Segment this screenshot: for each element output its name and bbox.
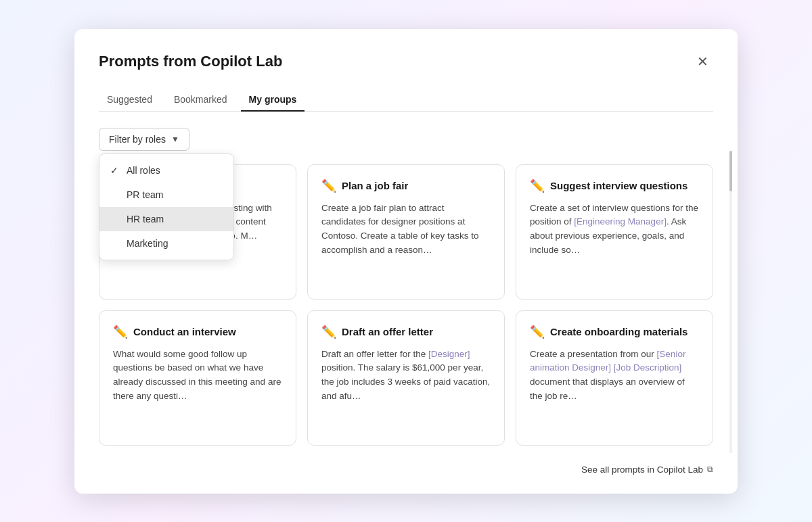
filter-label: Filter by roles: [109, 134, 166, 145]
card-draft-offer-letter[interactable]: ✏️ Draft an offer letter Draft an offer …: [307, 310, 505, 446]
modal-container: Prompts from Copilot Lab ✕ Suggested Boo…: [74, 29, 738, 494]
close-icon: ✕: [697, 55, 708, 68]
scrollbar-thumb[interactable]: [729, 151, 732, 191]
edit-icon: ✏️: [113, 325, 128, 339]
card-title-row: ✏️ Create onboarding materials: [530, 325, 699, 339]
filter-by-roles-button[interactable]: Filter by roles ▼: [99, 128, 189, 151]
filter-option-pr-team[interactable]: PR team: [99, 183, 233, 207]
card-body: Create a job fair plan to attract candid…: [321, 201, 491, 258]
card-body: What would some good follow up questions…: [113, 348, 282, 404]
see-all-prompts-link[interactable]: See all prompts in Copilot Lab ⧉: [581, 465, 713, 475]
card-plan-job-fair[interactable]: ✏️ Plan a job fair Create a job fair pla…: [307, 164, 505, 300]
edit-icon: ✏️: [530, 179, 545, 193]
filter-dropdown: ✓ All roles PR team HR team Marketing: [99, 153, 234, 260]
card-body: Create a set of interview questions for …: [530, 201, 699, 258]
modal-title: Prompts from Copilot Lab: [99, 53, 282, 70]
edit-icon: ✏️: [321, 325, 336, 339]
close-button[interactable]: ✕: [692, 51, 713, 72]
card-title-row: ✏️ Conduct an interview: [113, 325, 282, 339]
footer: See all prompts in Copilot Lab ⧉: [99, 459, 713, 475]
modal-header: Prompts from Copilot Lab ✕: [99, 51, 713, 72]
card-body: Create a presentation from our [Senior a…: [530, 348, 699, 404]
tab-my-groups[interactable]: My groups: [241, 89, 305, 112]
check-icon: ✓: [110, 165, 121, 176]
filter-option-hr-team[interactable]: HR team: [99, 207, 233, 231]
edit-icon: ✏️: [321, 179, 336, 193]
filter-area: Filter by roles ▼ ✓ All roles PR team HR…: [99, 128, 713, 151]
card-title-row: ✏️ Suggest interview questions: [530, 179, 699, 193]
card-title-row: ✏️ Plan a job fair: [321, 179, 491, 193]
tab-bookmarked[interactable]: Bookmarked: [166, 89, 235, 112]
chevron-down-icon: ▼: [171, 135, 179, 144]
card-title-row: ✏️ Draft an offer letter: [321, 325, 491, 339]
filter-option-all-roles[interactable]: ✓ All roles: [99, 158, 233, 183]
card-body: Draft an offer letter for the [Designer]…: [321, 348, 491, 404]
filter-option-marketing[interactable]: Marketing: [99, 231, 233, 256]
external-link-icon: ⧉: [707, 465, 713, 474]
card-suggest-interview-questions[interactable]: ✏️ Suggest interview questions Create a …: [516, 164, 713, 300]
card-create-onboarding-materials[interactable]: ✏️ Create onboarding materials Create a …: [516, 310, 713, 446]
edit-icon: ✏️: [530, 325, 545, 339]
scrollbar-track: [729, 151, 732, 453]
card-conduct-interview[interactable]: ✏️ Conduct an interview What would some …: [99, 310, 296, 446]
tabs-container: Suggested Bookmarked My groups: [99, 89, 713, 112]
tab-suggested[interactable]: Suggested: [99, 89, 160, 112]
